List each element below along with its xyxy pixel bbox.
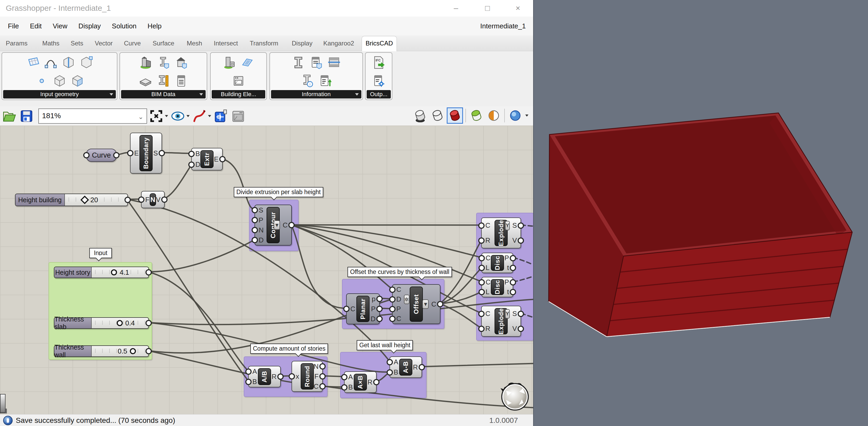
- input-port-C[interactable]: [389, 286, 396, 293]
- zoom-extents-icon[interactable]: [148, 108, 164, 124]
- ribbon-group-label[interactable]: BIM Data: [121, 90, 206, 98]
- tab-surface[interactable]: Surface: [149, 35, 178, 51]
- dropdown-arrow-icon[interactable]: [186, 115, 190, 117]
- output-port-S[interactable]: [159, 150, 165, 156]
- graft-button[interactable]: Y: [505, 221, 509, 230]
- dropdown-arrow-icon[interactable]: [199, 93, 203, 96]
- input-port-B[interactable]: [188, 151, 195, 157]
- input-port-L[interactable]: [478, 265, 485, 271]
- arrow-button[interactable]: ▼: [422, 299, 429, 309]
- input-port-D[interactable]: [252, 237, 258, 243]
- grasshopper-canvas[interactable]: Divide extrusion per slab heightInputOff…: [0, 125, 533, 414]
- input-port-L[interactable]: [478, 289, 485, 295]
- house-tag-icon[interactable]: [174, 55, 189, 70]
- tab-params[interactable]: Params: [2, 35, 31, 51]
- input-port-C[interactable]: [478, 311, 485, 317]
- output-port-R[interactable]: [418, 364, 425, 370]
- vertical-scrollbar-thumb[interactable]: [0, 394, 5, 413]
- ribbon-group-label[interactable]: Building Ele...: [212, 90, 265, 98]
- output-port-D[interactable]: [376, 316, 383, 322]
- node-round[interactable]: xRoundNFC: [291, 361, 323, 392]
- output-port-p[interactable]: [376, 296, 383, 302]
- plane-icon[interactable]: [240, 55, 255, 70]
- slider-thickness-wall[interactable]: Thickness wall0.5: [54, 345, 149, 357]
- output-port-P[interactable]: [510, 255, 516, 261]
- ribbon-group-label[interactable]: Outp...: [367, 90, 391, 98]
- input-port-A[interactable]: [386, 359, 393, 365]
- shaded-red-icon[interactable]: [447, 108, 463, 123]
- arrow-button[interactable]: ▼: [274, 220, 280, 230]
- menu-item-edit[interactable]: Edit: [30, 17, 42, 35]
- slider-thickness-slab[interactable]: Thickness slab0.4: [54, 317, 149, 329]
- node-a-div-b[interactable]: ABA/BR: [248, 366, 281, 387]
- output-port-R[interactable]: [373, 379, 379, 385]
- open-folder-icon[interactable]: [1, 108, 17, 124]
- output-port-E[interactable]: [219, 156, 226, 162]
- output-port-R[interactable]: [277, 373, 284, 380]
- output-port[interactable]: [113, 152, 120, 158]
- tab-vector[interactable]: Vector: [91, 35, 116, 51]
- save-floppy-icon[interactable]: [19, 108, 35, 124]
- input-port-D[interactable]: [188, 161, 195, 168]
- slider-output-port[interactable]: [124, 197, 131, 203]
- dropdown-arrow-icon[interactable]: [525, 115, 528, 117]
- wireframe-icon[interactable]: [430, 108, 445, 123]
- tab-bricscad[interactable]: BricsCAD: [362, 36, 397, 51]
- tab-curve[interactable]: Curve: [120, 35, 145, 51]
- tab-maths[interactable]: Maths: [39, 35, 63, 51]
- output-port-t[interactable]: [510, 265, 516, 271]
- doc-gear-icon[interactable]: [371, 73, 386, 89]
- output-port-C[interactable]: [288, 222, 295, 228]
- node-offset[interactable]: CD✲PCOffset▼C: [392, 284, 440, 324]
- input-port-P[interactable]: [252, 217, 258, 223]
- input-port-C[interactable]: [343, 306, 349, 312]
- slider-output-port[interactable]: [146, 320, 152, 326]
- node-planar[interactable]: CPlanarpPD: [346, 293, 380, 324]
- output-port-S[interactable]: [518, 311, 524, 317]
- slider-grip[interactable]: [117, 320, 123, 326]
- slider-track[interactable]: 0.4: [92, 318, 148, 328]
- input-port-C[interactable]: [478, 222, 485, 229]
- node-explode-1[interactable]: CRExplodeYSV: [481, 217, 521, 248]
- input-port-x[interactable]: [289, 373, 295, 379]
- slider-grip[interactable]: [130, 348, 136, 354]
- input-port-P[interactable]: [389, 306, 396, 312]
- slider-output-port[interactable]: [146, 348, 152, 354]
- appliance-icon[interactable]: [231, 73, 246, 89]
- input-port-R[interactable]: [478, 237, 485, 244]
- input-port-S[interactable]: [252, 207, 258, 213]
- canvas-grid-icon[interactable]: [213, 108, 229, 124]
- tab-kangaroo2[interactable]: Kangaroo2: [320, 35, 358, 51]
- sketch-pen-icon[interactable]: [191, 108, 208, 124]
- tab-sets[interactable]: Sets: [67, 35, 87, 51]
- point-icon[interactable]: [34, 73, 50, 89]
- slider-track[interactable]: 20: [65, 194, 127, 206]
- building-site-icon[interactable]: [138, 55, 153, 70]
- tab-intersect[interactable]: Intersect: [210, 35, 242, 51]
- node-a-mul-b[interactable]: ABA×BR: [344, 371, 377, 393]
- tab-mesh[interactable]: Mesh: [183, 35, 206, 51]
- output-port-C[interactable]: [319, 383, 326, 390]
- viewport-frame-icon[interactable]: [230, 108, 246, 124]
- node-boundary[interactable]: EBoundaryS: [130, 133, 162, 174]
- box-edge-icon[interactable]: [61, 55, 76, 70]
- input-port-A[interactable]: [245, 368, 252, 375]
- node-n-node[interactable]: FNV: [141, 191, 165, 208]
- input-port-R[interactable]: [478, 326, 485, 332]
- output-port-V[interactable]: [518, 237, 524, 244]
- node-a-sub-b[interactable]: ABA-BR: [390, 356, 422, 378]
- input-port-N[interactable]: [252, 227, 258, 233]
- dropdown-arrow-icon[interactable]: [355, 93, 359, 96]
- beam-icon[interactable]: [291, 55, 306, 70]
- slab-icon[interactable]: [138, 73, 153, 89]
- navigation-sphere[interactable]: [498, 379, 532, 413]
- box-face-icon[interactable]: [70, 73, 85, 89]
- shaded-dark-icon[interactable]: [412, 108, 428, 123]
- blue-mesh-icon[interactable]: [507, 108, 523, 123]
- node-explode-2[interactable]: CRExplodeYSV: [481, 306, 521, 337]
- input-port-A[interactable]: [341, 374, 347, 380]
- ribbon-group-label[interactable]: Input geometry: [3, 90, 116, 98]
- green-preview-icon[interactable]: [468, 108, 484, 123]
- input-port-B[interactable]: [245, 379, 252, 385]
- slider-output-port[interactable]: [146, 269, 152, 275]
